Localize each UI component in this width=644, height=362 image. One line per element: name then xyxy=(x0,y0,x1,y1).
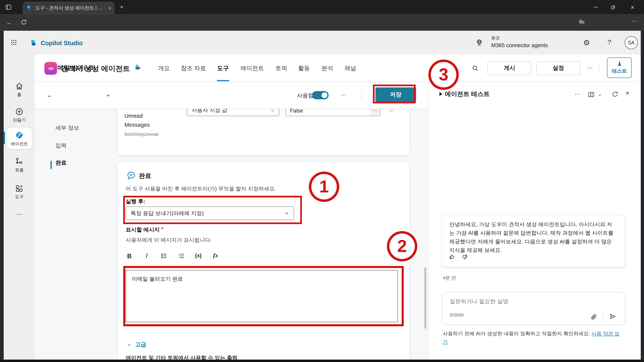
sidebar-more-icon[interactable]: ⋯ xyxy=(4,211,35,218)
italic-button[interactable]: I xyxy=(140,250,154,261)
back-icon[interactable]: ← xyxy=(6,19,12,26)
nav-item-details[interactable]: 세부 정보 xyxy=(56,124,79,132)
search-icon[interactable] xyxy=(472,65,479,72)
beaker-icon xyxy=(616,61,622,67)
restart-conversation-icon[interactable] xyxy=(612,91,618,98)
dropdown-value: 사용자 지정 값 xyxy=(192,109,270,114)
brand-title[interactable]: Copilot Studio xyxy=(41,39,83,46)
app-header: Copilot Studio 환경 M365 connector agents … xyxy=(4,31,641,54)
message-value: 이메일 불러오기 완료 xyxy=(132,276,183,283)
sidebar-item-home[interactable]: 홈 xyxy=(4,82,35,98)
chevron-down-icon xyxy=(126,342,132,347)
copilot-studio-logo-icon[interactable] xyxy=(29,39,37,47)
test-button[interactable]: 테스트 xyxy=(607,57,632,78)
test-button-label: 테스트 xyxy=(612,68,627,75)
chat-input-box[interactable]: 질문하거나 필요한 설명 0/2000 xyxy=(442,292,625,325)
environment-globe-icon xyxy=(475,39,484,47)
agent-more-icon[interactable]: ⋯ xyxy=(587,64,593,71)
parameter-label: Unread xyxy=(124,113,143,119)
panel-close-icon[interactable]: × xyxy=(626,89,629,97)
agent-avatar: </> xyxy=(44,62,57,75)
user-avatar[interactable]: SA xyxy=(625,36,638,49)
sidebar-item-label: 만들기 xyxy=(4,117,35,123)
tool-name[interactable]: 메일 받기(V3) xyxy=(58,64,96,72)
parameter-value-field[interactable]: False ⋯ xyxy=(286,109,380,116)
map-chevron-down-icon[interactable] xyxy=(598,93,602,97)
thumbs-up-icon[interactable] xyxy=(449,254,456,260)
window-left-edge xyxy=(0,31,4,360)
tab-analytics[interactable]: 분석 xyxy=(322,54,333,82)
message-help-text: 사용자에게 이 메시지가 표시됩니다. xyxy=(126,236,212,244)
attach-paperclip-icon[interactable] xyxy=(590,313,597,320)
advanced-label: 고급 xyxy=(135,341,146,349)
favorites-bar-icon[interactable] xyxy=(578,19,585,26)
bold-button[interactable]: B xyxy=(122,250,136,261)
variable-button[interactable]: {x} xyxy=(192,250,206,261)
tab-knowledge[interactable]: 참조 자료 xyxy=(181,54,206,82)
environment-name[interactable]: M365 connector agents xyxy=(491,42,548,48)
content-scrollbar[interactable] xyxy=(424,267,426,329)
panel-collapse-icon[interactable] xyxy=(440,92,442,96)
sidebar-item-label: 에이전트 xyxy=(4,141,35,147)
disclaimer-text: 사용하기 전에 AI가 생성한 내용이 정확하고 적절한지 확인하세요. xyxy=(443,331,592,337)
sidebar-item-flows[interactable]: 흐름 xyxy=(4,157,35,173)
tab-channels[interactable]: 채널 xyxy=(344,54,356,82)
tab-actions-icon[interactable] xyxy=(5,4,12,11)
new-tab-button[interactable]: + xyxy=(120,3,124,10)
after-run-value: 특정 응답 보내기(아래에 지정) xyxy=(130,209,284,217)
sidebar-item-agents[interactable]: 에이전트 xyxy=(4,130,35,147)
window-minimize-button[interactable] xyxy=(587,0,604,14)
nav-active-indicator xyxy=(50,161,52,169)
nav-item-inputs[interactable]: 입력 xyxy=(56,142,66,149)
publish-button[interactable]: 게시 xyxy=(488,61,532,75)
settings-button[interactable]: 설정 xyxy=(536,61,580,75)
tab-overview[interactable]: 개요 xyxy=(158,54,170,82)
value-more-icon[interactable]: ⋯ xyxy=(369,109,380,116)
advanced-expander[interactable]: 고급 xyxy=(126,341,146,349)
bullet-list-button[interactable] xyxy=(157,250,171,261)
back-arrow-icon[interactable]: ← xyxy=(46,91,53,99)
browser-menu-icon[interactable]: ⋯ xyxy=(632,18,638,24)
message-textarea[interactable]: 이메일 불러오기 완료 xyxy=(126,270,398,322)
waffle-icon[interactable] xyxy=(10,39,17,46)
workspace: </> 견적서 생성 에이전트 개요 참조 자료 도구 에이전트 토픽 활동 분… xyxy=(35,54,641,360)
tab-agents[interactable]: 에이전트 xyxy=(240,54,264,82)
drag-handle-icon[interactable]: ∷ xyxy=(390,109,394,114)
settings-gear-icon[interactable]: ⚙ xyxy=(583,38,590,47)
enabled-toggle[interactable] xyxy=(312,91,328,99)
browser-titlebar: 도구 - 견적서 생성 에이전트 | Mic × + × xyxy=(0,0,644,14)
value-mode-dropdown[interactable]: 사용자 지정 값 xyxy=(187,109,279,116)
tab-topics[interactable]: 토픽 xyxy=(276,54,287,82)
edit-permission-icon[interactable] xyxy=(134,63,142,71)
panel-more-icon[interactable]: ⋯ xyxy=(574,91,580,97)
tool-chevron-down-icon[interactable] xyxy=(106,93,111,98)
after-run-dropdown[interactable]: 특정 응답 보내기(아래에 지정) xyxy=(126,206,294,220)
nav-item-complete[interactable]: 완료 xyxy=(56,159,66,167)
window-close-button[interactable]: × xyxy=(624,0,641,14)
sidebar-item-tools[interactable]: 도구 xyxy=(4,184,35,200)
bot-message-text: 안녕하세요, 가상 도우미 견적서 생성 에이전트입니다. 아시다시피 저는 가… xyxy=(449,220,617,255)
tool-subheader xyxy=(35,82,428,109)
browser-tab[interactable]: 도구 - 견적서 생성 에이전트 | Mic × xyxy=(22,1,114,14)
tab-title: 도구 - 견적서 생성 에이전트 | Mic xyxy=(35,5,105,11)
formula-button[interactable]: fx xyxy=(209,250,223,261)
complete-section-card: 완료 이 도구 사용을 마친 후 에이전트이(가) 무엇을 할지 지정하세요. … xyxy=(118,162,410,360)
refresh-icon[interactable] xyxy=(20,19,27,25)
subheader-more-icon[interactable]: ⋯ xyxy=(341,91,347,98)
sidebar-item-label: 홈 xyxy=(4,92,35,98)
tab-close-icon[interactable]: × xyxy=(108,5,111,11)
tab-tools[interactable]: 도구 xyxy=(217,54,229,82)
window-restore-button[interactable] xyxy=(605,0,622,14)
help-icon[interactable]: ? xyxy=(608,39,611,46)
thumbs-down-icon[interactable] xyxy=(461,254,468,260)
numbered-list-button[interactable] xyxy=(174,250,188,261)
agent-test-panel: 에이전트 테스트 ⋯ × 안녕하세요, 가상 도우미 견적서 생성 에이전트입니… xyxy=(428,82,640,360)
tab-activity[interactable]: 활동 xyxy=(298,54,310,82)
chat-input-placeholder: 질문하거나 필요한 설명 xyxy=(450,298,508,305)
section-title: 완료 xyxy=(139,172,151,180)
send-icon[interactable] xyxy=(609,313,616,320)
activity-map-icon[interactable] xyxy=(588,91,594,98)
save-button[interactable]: 저장 xyxy=(376,87,416,102)
sidebar-item-create[interactable]: 만들기 xyxy=(4,107,35,123)
browser-toolbar: ← https://copilotstudio.microsoft.com/en… xyxy=(0,14,644,31)
